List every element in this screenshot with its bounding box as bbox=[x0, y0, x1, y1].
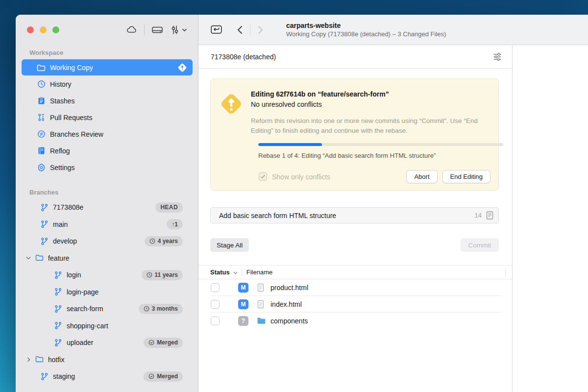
sidebar-item-working-copy[interactable]: Working Copy bbox=[22, 59, 193, 75]
chevron-down-icon bbox=[182, 28, 187, 32]
branch-row-uploader[interactable]: uploader Merged bbox=[22, 334, 193, 351]
branch-folder-hotfix[interactable]: hotfix bbox=[22, 351, 193, 368]
branch-row-login[interactable]: login 11 years bbox=[22, 267, 193, 284]
file-icon bbox=[257, 283, 266, 292]
branch-name: main bbox=[53, 220, 68, 228]
repo-subtitle: Working Copy (7173808e (detached) – 3 Ch… bbox=[286, 30, 446, 38]
sidebar-item-settings[interactable]: Settings bbox=[22, 159, 193, 175]
sidebar-item-label: History bbox=[50, 80, 72, 88]
status-badge-modified: M bbox=[238, 299, 248, 309]
forward-button[interactable] bbox=[257, 25, 264, 35]
working-copy-pane: 7173808e (detached) Ed bbox=[198, 45, 513, 392]
check-circle-icon bbox=[148, 373, 154, 379]
show-only-conflicts-checkbox[interactable] bbox=[259, 172, 267, 181]
file-row-components[interactable]: ? components bbox=[198, 313, 512, 329]
stage-all-button[interactable]: Stage All bbox=[210, 238, 249, 252]
git-branch-icon bbox=[54, 339, 62, 347]
branches-section-label: Branches bbox=[29, 189, 198, 196]
head-badge: HEAD bbox=[155, 202, 183, 213]
sidebar: Workspace Working Copy History Stashes bbox=[16, 15, 198, 392]
file-row-product[interactable]: M product.html bbox=[198, 279, 512, 296]
stage-checkbox[interactable] bbox=[211, 317, 220, 325]
history-icon bbox=[37, 80, 46, 89]
sidebar-item-label: Reflog bbox=[50, 147, 70, 155]
branch-row-login-page[interactable]: login-page bbox=[22, 284, 193, 301]
commit-ref-header: 7173808e (detached) bbox=[198, 45, 512, 69]
folder-icon bbox=[35, 254, 44, 262]
branch-row-shopping-cart[interactable]: shopping-cart bbox=[22, 318, 193, 335]
changed-files-table: Status Filename M product.html bbox=[198, 265, 512, 329]
sliders-icon bbox=[170, 24, 180, 35]
banner-status: No unresolved conflicts bbox=[251, 100, 494, 108]
branch-name: login bbox=[67, 271, 81, 279]
toolbar-separator bbox=[144, 24, 145, 35]
app-window: Workspace Working Copy History Stashes bbox=[16, 15, 588, 392]
branch-row-develop[interactable]: develop 4 years bbox=[22, 233, 193, 250]
branch-row-7173808e[interactable]: 7173808e HEAD bbox=[22, 199, 193, 216]
status-badge-untracked: ? bbox=[238, 316, 248, 326]
status-badge-modified: M bbox=[238, 283, 248, 293]
table-header: Status Filename bbox=[198, 265, 512, 279]
git-branch-icon bbox=[40, 203, 49, 212]
git-branch-icon bbox=[40, 372, 49, 381]
sidebar-item-reflog[interactable]: Reflog bbox=[22, 143, 193, 159]
branch-name: 7173808e bbox=[53, 203, 83, 211]
clipboard-icon bbox=[37, 97, 46, 105]
minimize-window-button[interactable] bbox=[40, 26, 47, 33]
commit-message-input[interactable]: Add basic search form HTML structure 14 bbox=[210, 207, 499, 223]
status-column-header[interactable]: Status bbox=[210, 269, 230, 276]
abort-button[interactable]: Abort bbox=[406, 170, 437, 183]
column-separator[interactable] bbox=[505, 269, 506, 277]
branch-row-staging[interactable]: staging Merged bbox=[22, 368, 193, 385]
folder-icon bbox=[37, 63, 46, 72]
branch-folder-name: feature bbox=[48, 254, 70, 262]
sync-circle-icon bbox=[37, 130, 46, 139]
close-window-button[interactable] bbox=[27, 26, 34, 33]
sliders-menu-button[interactable] bbox=[170, 24, 187, 35]
sidebar-item-history[interactable]: History bbox=[22, 76, 193, 92]
filter-options-icon[interactable] bbox=[492, 52, 502, 62]
filename-column-header[interactable]: Filename bbox=[246, 269, 272, 276]
clock-icon bbox=[149, 238, 155, 244]
expand-message-icon[interactable] bbox=[486, 211, 494, 220]
sidebar-item-pull-requests[interactable]: Pull Requests bbox=[22, 109, 193, 125]
rebase-step-label: Rebase 1 of 4: Editing “Add basic search… bbox=[258, 152, 490, 159]
ahead-badge: ↑1 bbox=[167, 219, 183, 229]
commit-ref-label: 7173808e (detached) bbox=[211, 53, 276, 61]
zoom-window-button[interactable] bbox=[52, 26, 59, 33]
branch-row-main[interactable]: main ↑1 bbox=[22, 216, 193, 233]
branch-row-search-form[interactable]: search-form 3 months bbox=[22, 300, 193, 318]
sort-chevron-icon[interactable] bbox=[233, 271, 238, 274]
drive-icon[interactable] bbox=[151, 24, 164, 36]
repo-switch-icon[interactable] bbox=[210, 23, 223, 36]
branch-folder-feature[interactable]: feature bbox=[22, 250, 193, 267]
file-icon bbox=[257, 300, 266, 309]
rebase-banner: Editing 62f7614b on “feature/search-form… bbox=[210, 78, 499, 191]
commit-button[interactable]: Commit bbox=[461, 238, 499, 252]
sidebar-item-label: Working Copy bbox=[50, 64, 93, 72]
sidebar-item-stashes[interactable]: Stashes bbox=[22, 93, 193, 109]
sidebar-item-label: Settings bbox=[50, 164, 75, 172]
cloud-icon[interactable] bbox=[126, 24, 138, 36]
rebase-progress-bar bbox=[258, 143, 503, 146]
sidebar-item-label: Branches Review bbox=[50, 130, 103, 138]
stage-checkbox[interactable] bbox=[211, 283, 220, 292]
column-separator[interactable] bbox=[242, 268, 242, 276]
age-badge: 11 years bbox=[142, 270, 183, 280]
branch-name: shopping-cart bbox=[67, 322, 108, 330]
sidebar-item-label: Stashes bbox=[50, 97, 75, 105]
file-row-index[interactable]: M index.html bbox=[198, 296, 512, 313]
folder-icon bbox=[257, 317, 266, 325]
banner-description: Reform this revision into one or more ne… bbox=[251, 116, 494, 135]
chevron-down-icon[interactable] bbox=[25, 255, 31, 261]
end-editing-button[interactable]: End Editing bbox=[442, 170, 491, 183]
chevron-right-icon[interactable] bbox=[25, 357, 31, 363]
git-branch-icon bbox=[40, 220, 49, 228]
sidebar-item-branches-review[interactable]: Branches Review bbox=[22, 126, 193, 142]
stage-checkbox[interactable] bbox=[211, 300, 220, 309]
back-button[interactable] bbox=[237, 25, 243, 35]
warning-diamond-icon bbox=[218, 91, 245, 117]
age-badge: 3 months bbox=[139, 304, 183, 314]
branch-name: uploader bbox=[67, 339, 94, 346]
folder-icon bbox=[35, 355, 44, 364]
